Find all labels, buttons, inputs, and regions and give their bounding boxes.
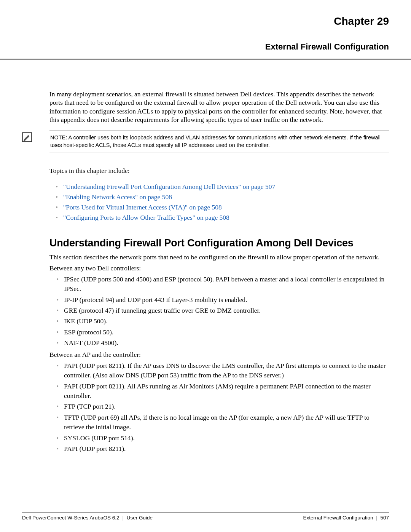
note-box: NOTE: A controller uses both its loopbac… xyxy=(49,131,389,152)
topic-link[interactable]: "Understanding Firewall Port Configurati… xyxy=(63,183,275,190)
section-heading: Understanding Firewall Port Configuratio… xyxy=(49,237,389,249)
chapter-title: External Firewall Configuration xyxy=(49,42,389,52)
footer-doc-type: User Guide xyxy=(127,515,153,521)
list-item: IPSec (UDP ports 500 and 4500) and ESP (… xyxy=(56,275,389,294)
footer-product: Dell PowerConnect W-Series ArubaOS 6.2 xyxy=(22,515,119,521)
list-item: FTP (TCP port 21). xyxy=(56,402,389,411)
section-intro: This section describes the network ports… xyxy=(49,253,389,261)
controllers-lead: Between any two Dell controllers: xyxy=(49,264,389,272)
list-item: IP-IP (protocol 94) and UDP port 443 if … xyxy=(56,295,389,305)
controllers-list: IPSec (UDP ports 500 and 4500) and ESP (… xyxy=(56,275,389,348)
list-item: NAT-T (UDP 4500). xyxy=(56,338,389,348)
intro-paragraph: In many deployment scenarios, an externa… xyxy=(49,90,389,124)
footer-separator: | xyxy=(374,515,379,521)
note-icon xyxy=(22,132,32,142)
topic-link[interactable]: "Ports Used for Virtual Internet Access … xyxy=(63,203,222,211)
list-item: PAPI (UDP port 8211). If the AP uses DNS… xyxy=(56,361,389,380)
list-item: TFTP (UDP port 69) all APs, if there is … xyxy=(56,413,389,432)
topics-lead: Topics in this chapter include: xyxy=(49,167,389,175)
title-rule xyxy=(0,59,411,60)
list-item: GRE (protocol 47) if tunneling guest tra… xyxy=(56,306,389,315)
chapter-label: Chapter 29 xyxy=(49,15,389,27)
footer-separator: | xyxy=(121,515,125,521)
topic-link[interactable]: "Enabling Network Access" on page 508 xyxy=(63,193,172,201)
list-item: SYSLOG (UDP port 514). xyxy=(56,433,389,443)
ap-list: PAPI (UDP port 8211). If the AP uses DNS… xyxy=(56,361,389,454)
ap-lead: Between an AP and the controller: xyxy=(49,350,389,359)
topic-link[interactable]: "Configuring Ports to Allow Other Traffi… xyxy=(63,214,229,221)
list-item: PAPI (UDP port 8211). xyxy=(56,444,389,454)
list-item: PAPI (UDP port 8211). All APs running as… xyxy=(56,382,389,401)
page-footer: Dell PowerConnect W-Series ArubaOS 6.2 |… xyxy=(22,512,389,521)
footer-section: External Firewall Configuration xyxy=(303,515,373,521)
topic-link-list: "Understanding Firewall Port Configurati… xyxy=(56,182,389,223)
list-item: ESP (protocol 50). xyxy=(56,328,389,337)
footer-page-number: 507 xyxy=(380,515,389,521)
list-item: IKE (UDP 500). xyxy=(56,316,389,326)
